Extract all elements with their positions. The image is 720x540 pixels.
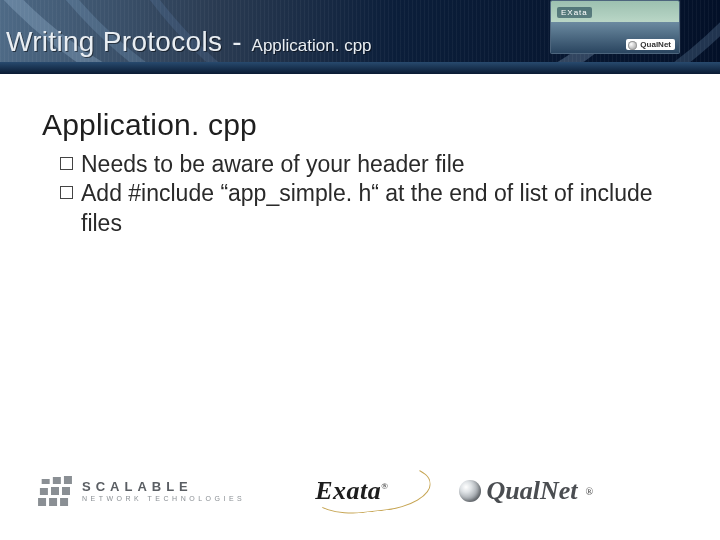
bullet-box-icon xyxy=(60,186,73,199)
slide-header: EXata QualNet Writing Protocols - Applic… xyxy=(0,0,720,74)
bullet-item: Needs to be aware of your header file xyxy=(60,150,680,179)
slide-footer: SCALABLE NETWORK TECHNOLOGIES Exata® Qua… xyxy=(40,466,680,516)
scalable-line1: SCALABLE xyxy=(82,480,245,493)
qualnet-wordmark: QualNet xyxy=(487,476,578,506)
scalable-line2: NETWORK TECHNOLOGIES xyxy=(82,495,245,502)
slide-title: Writing Protocols - Application. cpp xyxy=(6,26,372,58)
scalable-wordmark: SCALABLE NETWORK TECHNOLOGIES xyxy=(82,480,245,502)
bullet-text: Add #include “app_simple. h“ at the end … xyxy=(81,179,680,238)
qualnet-sphere-icon xyxy=(459,480,481,502)
inset-exata-badge: EXata xyxy=(557,7,592,18)
bullet-item: Add #include “app_simple. h“ at the end … xyxy=(60,179,680,238)
header-inset-card: EXata QualNet xyxy=(550,0,680,54)
logo-qualnet: QualNet® xyxy=(459,476,593,506)
exata-swirl-icon xyxy=(309,460,433,518)
bullet-list: Needs to be aware of your header file Ad… xyxy=(60,150,680,238)
bullet-box-icon xyxy=(60,157,73,170)
registered-icon: ® xyxy=(586,486,593,497)
slide-body: Application. cpp Needs to be aware of yo… xyxy=(42,108,680,238)
title-separator: - xyxy=(232,26,241,58)
logo-exata: Exata® xyxy=(315,476,388,506)
title-sub: Application. cpp xyxy=(252,36,372,56)
inset-qualnet-badge: QualNet xyxy=(626,39,675,50)
section-heading: Application. cpp xyxy=(42,108,680,142)
slide: EXata QualNet Writing Protocols - Applic… xyxy=(0,0,720,540)
logo-scalable: SCALABLE NETWORK TECHNOLOGIES xyxy=(40,476,245,506)
title-main: Writing Protocols xyxy=(6,26,222,58)
scalable-mark-icon xyxy=(37,476,72,506)
bullet-text: Needs to be aware of your header file xyxy=(81,150,465,179)
